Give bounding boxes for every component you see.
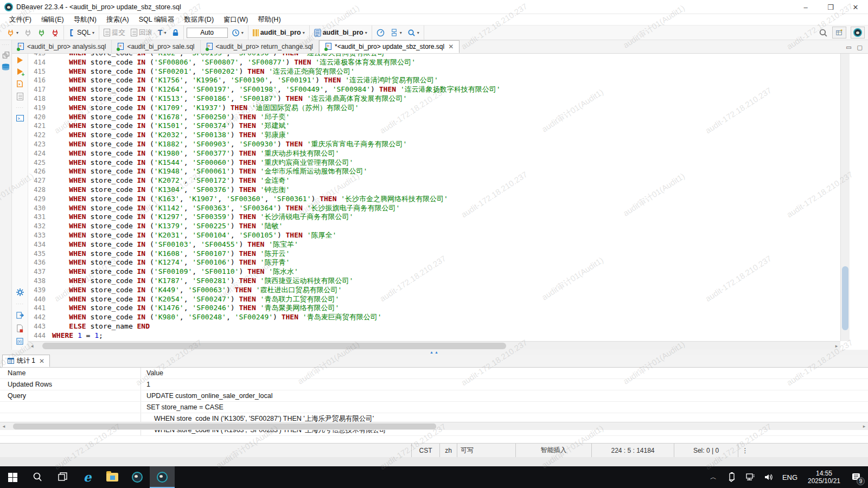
start-button[interactable]: [0, 466, 25, 488]
menu-bar: 文件(F)编辑(E)导航(N)搜索(A)SQL 编辑器数据库(D)窗口(W)帮助…: [0, 14, 868, 25]
taskbar-clock[interactable]: 14:55 2025/10/21: [803, 470, 845, 485]
menu-item[interactable]: 搜索(A): [101, 14, 134, 25]
tab-close-icon[interactable]: ✕: [448, 43, 454, 50]
close-icon[interactable]: ✕: [39, 357, 44, 365]
scroll-right-arrow[interactable]: ▸: [860, 423, 868, 429]
volume-icon[interactable]: [761, 466, 777, 488]
tray-chevron-up[interactable]: ︿: [705, 466, 722, 488]
editor-tab[interactable]: >*<audit_bi_pro> update_sbz_store.sql✕: [319, 40, 459, 53]
stats-row[interactable]: Updated Rows1: [0, 379, 868, 390]
sql-search-button[interactable]: ▾: [406, 28, 421, 38]
menu-item[interactable]: 窗口(W): [219, 14, 253, 25]
user-avatar[interactable]: [851, 27, 865, 38]
rollback-button[interactable]: 回滚: [129, 27, 154, 38]
gauge-icon: [376, 29, 385, 37]
internet-explorer-icon[interactable]: e: [75, 466, 100, 488]
connect-button[interactable]: [22, 28, 34, 38]
ie-logo: e: [84, 471, 92, 483]
line-number: 416: [28, 76, 52, 85]
beaver-icon: [157, 472, 168, 483]
auto-commit-selector[interactable]: Auto: [187, 28, 228, 38]
language-indicator[interactable]: ENG: [779, 466, 801, 488]
sql-editor-button[interactable]: SQL ▾: [67, 28, 96, 38]
panel-resize-sash[interactable]: ▲ ▲: [0, 350, 868, 355]
menu-item[interactable]: 文件(F): [4, 14, 36, 25]
maximize-panel-icon[interactable]: ▢: [857, 44, 863, 51]
menu-item[interactable]: SQL 编辑器: [134, 14, 180, 25]
windows-logo-icon: [8, 473, 17, 482]
restore-view-icon[interactable]: [2, 52, 10, 59]
transaction-log-button[interactable]: ▾: [230, 28, 245, 38]
results-horizontal-scrollbar[interactable]: ◂ ▸: [0, 422, 868, 430]
database-connection-selector[interactable]: audit_bi_pro ▾: [251, 28, 307, 37]
open-console-button[interactable]: >_: [16, 115, 24, 121]
menu-item[interactable]: 导航(N): [69, 14, 101, 25]
line-number: 428: [28, 185, 52, 195]
tab-statistics[interactable]: 统计 1 ✕: [2, 355, 50, 367]
dbeaver-taskbar-icon-active[interactable]: [150, 466, 175, 488]
scroll-left-arrow[interactable]: ◂: [28, 343, 36, 349]
execute-script-button[interactable]: [16, 80, 24, 88]
lock-button[interactable]: [170, 28, 181, 37]
code-line: 420 WHEN store_code IN ('K1678', 'SF0025…: [28, 113, 840, 122]
line-number: 438: [28, 277, 52, 286]
editor-vertical-scrollbar[interactable]: [840, 54, 850, 341]
sql-file-icon: >: [325, 43, 332, 50]
output-doc-icon[interactable]: (x): [16, 337, 24, 345]
dbeaver-taskbar-icon[interactable]: [125, 466, 150, 488]
minimize-panel-icon[interactable]: ▭: [846, 44, 851, 51]
editor-tab[interactable]: ><audit_bi_pro> sale.sql: [112, 40, 200, 53]
minimize-button[interactable]: –: [793, 0, 818, 14]
database-navigator-icon[interactable]: [1, 63, 10, 72]
sql-code-editor[interactable]: 413 WHEN store_code IN ('K162', 'SF00195…: [28, 54, 840, 341]
transaction-filter-button[interactable]: T ▾: [156, 27, 168, 38]
col-header-value[interactable]: Value: [141, 369, 163, 377]
line-number: 420: [28, 113, 52, 122]
commit-button[interactable]: 提交: [102, 27, 127, 38]
menu-item[interactable]: 数据库(D): [179, 14, 219, 25]
stats-row[interactable]: SET store_name = CASE: [0, 402, 868, 413]
code-line: 426 WHEN store_code IN ('K1948', 'SF0006…: [28, 167, 840, 176]
stats-row[interactable]: QueryUPDATE custom_online_sale_order_loc…: [0, 390, 868, 402]
editor-hscroll-thumb[interactable]: [42, 343, 506, 349]
usb-icon[interactable]: [724, 466, 740, 488]
code-line: 425 WHEN store_code IN ('K1544', 'SF0006…: [28, 158, 840, 168]
close-button[interactable]: ✕: [843, 0, 868, 14]
menu-item[interactable]: 帮助(H): [253, 14, 285, 25]
scroll-left-arrow[interactable]: ◂: [0, 423, 8, 429]
editor-tab[interactable]: ><audit_bi_pro> return_change.sql: [201, 40, 319, 53]
reconnect-button[interactable]: [36, 28, 47, 38]
code-line: 438 WHEN store_code IN ('K1787', 'SF0028…: [28, 277, 840, 286]
settings-gear-icon[interactable]: [16, 288, 24, 297]
line-number: 440: [28, 295, 52, 304]
save-error-doc-icon[interactable]: [16, 324, 24, 332]
export-result-icon[interactable]: [16, 311, 24, 319]
scroll-right-arrow[interactable]: ▸: [833, 343, 840, 349]
new-connection-button[interactable]: ▾: [5, 28, 20, 38]
network-icon[interactable]: [742, 466, 758, 488]
menu-item[interactable]: 编辑(E): [36, 14, 69, 25]
schema-selector[interactable]: audit_bi_pro ▾: [312, 28, 369, 38]
taskbar-search-button[interactable]: [25, 466, 50, 488]
results-hscroll-thumb[interactable]: [13, 423, 436, 429]
col-header-name[interactable]: Name: [0, 368, 141, 378]
open-perspective-button[interactable]: ✦: [832, 27, 846, 38]
watermark-text: audit审计01(Audit1): [865, 87, 868, 135]
task-view-button[interactable]: [50, 466, 75, 488]
server-button[interactable]: ▾: [388, 28, 404, 38]
file-explorer-icon[interactable]: [100, 466, 125, 488]
disconnect-button[interactable]: [49, 28, 61, 38]
code-text: WHEN store_code IN ('K163', 'K1907', 'SF…: [52, 195, 448, 204]
execute-in-new-tab-button[interactable]: [17, 68, 23, 75]
plug-x-icon: [51, 29, 59, 37]
line-number: 432: [28, 222, 52, 231]
dashboard-button[interactable]: [375, 28, 386, 38]
editor-horizontal-scrollbar[interactable]: ◂ ▸: [28, 341, 840, 350]
search-icon[interactable]: [819, 28, 828, 37]
explain-plan-button[interactable]: [17, 93, 23, 100]
execute-statement-button[interactable]: [17, 57, 23, 63]
editor-vscroll-thumb[interactable]: [842, 266, 848, 330]
maximize-button[interactable]: ❒: [818, 0, 843, 14]
notification-center-button[interactable]: 9: [847, 466, 866, 488]
editor-tab[interactable]: ><audit_bi_pro> analysis.sql: [12, 40, 112, 53]
